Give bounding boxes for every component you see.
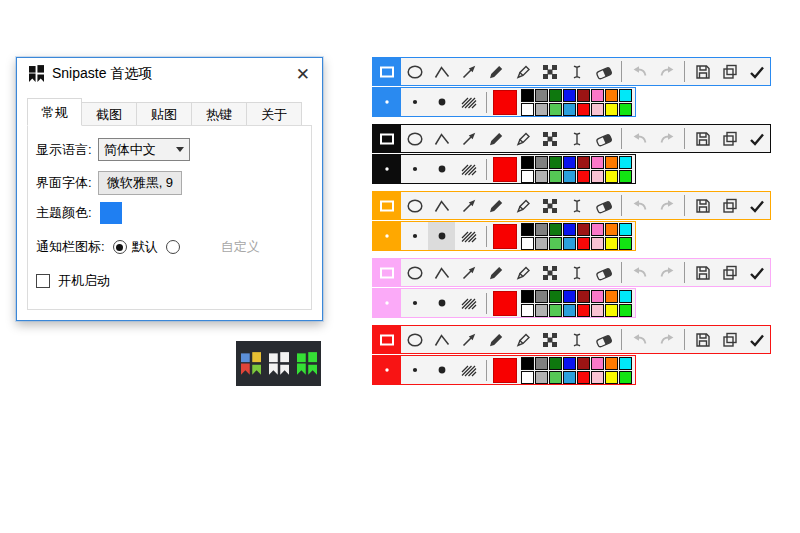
current-color-swatch[interactable] — [493, 157, 517, 182]
palette-swatch[interactable] — [619, 357, 632, 370]
palette-swatch[interactable] — [577, 237, 590, 250]
current-color-swatch[interactable] — [493, 90, 517, 115]
palette-swatch[interactable] — [591, 237, 604, 250]
size-small-dot-icon[interactable] — [401, 222, 428, 250]
palette-swatch[interactable] — [563, 170, 576, 183]
polyline-tool-icon[interactable] — [428, 326, 455, 353]
eraser-tool-icon[interactable] — [590, 259, 617, 286]
palette-swatch[interactable] — [521, 371, 534, 384]
theme-color-swatch[interactable] — [100, 202, 122, 224]
current-size-dot-icon[interactable] — [373, 88, 401, 116]
palette-swatch[interactable] — [577, 89, 590, 102]
pencil-tool-icon[interactable] — [482, 192, 509, 219]
palette-swatch[interactable] — [591, 357, 604, 370]
palette-swatch[interactable] — [521, 223, 534, 236]
palette-swatch[interactable] — [619, 156, 632, 169]
redo-icon[interactable] — [653, 192, 680, 219]
palette-swatch[interactable] — [563, 223, 576, 236]
mosaic-tool-icon[interactable] — [536, 259, 563, 286]
palette-swatch[interactable] — [605, 156, 618, 169]
rectangle-tool-icon[interactable] — [373, 326, 401, 353]
polyline-tool-icon[interactable] — [428, 58, 455, 85]
palette-swatch[interactable] — [535, 371, 548, 384]
palette-swatch[interactable] — [591, 223, 604, 236]
palette-swatch[interactable] — [521, 156, 534, 169]
palette-swatch[interactable] — [521, 170, 534, 183]
tab-paste[interactable]: 贴图 — [137, 102, 192, 126]
palette-swatch[interactable] — [605, 223, 618, 236]
pencil-tool-icon[interactable] — [482, 326, 509, 353]
undo-icon[interactable] — [626, 192, 653, 219]
eraser-tool-icon[interactable] — [590, 58, 617, 85]
palette-swatch[interactable] — [605, 371, 618, 384]
palette-swatch[interactable] — [535, 170, 548, 183]
hatch-fill-icon[interactable] — [455, 222, 482, 250]
ellipse-tool-icon[interactable] — [401, 326, 428, 353]
tray-default-radio[interactable] — [113, 240, 127, 254]
rectangle-tool-icon[interactable] — [373, 125, 401, 152]
palette-swatch[interactable] — [605, 304, 618, 317]
tab-hotkeys[interactable]: 热键 — [192, 102, 247, 126]
pencil-tool-icon[interactable] — [482, 58, 509, 85]
palette-swatch[interactable] — [521, 357, 534, 370]
palette-swatch[interactable] — [535, 103, 548, 116]
current-color-swatch[interactable] — [493, 358, 517, 383]
size-medium-dot-icon[interactable] — [428, 222, 455, 250]
palette-swatch[interactable] — [619, 170, 632, 183]
palette-swatch[interactable] — [563, 156, 576, 169]
current-color-swatch[interactable] — [493, 224, 517, 249]
current-size-dot-icon[interactable] — [373, 222, 401, 250]
palette-swatch[interactable] — [619, 290, 632, 303]
palette-swatch[interactable] — [577, 357, 590, 370]
confirm-icon[interactable] — [743, 125, 770, 152]
size-small-dot-icon[interactable] — [401, 356, 428, 384]
pencil-tool-icon[interactable] — [482, 259, 509, 286]
palette-swatch[interactable] — [577, 223, 590, 236]
palette-swatch[interactable] — [619, 223, 632, 236]
palette-swatch[interactable] — [535, 223, 548, 236]
palette-swatch[interactable] — [535, 156, 548, 169]
palette-swatch[interactable] — [521, 304, 534, 317]
tab-about[interactable]: 关于 — [247, 102, 302, 126]
palette-swatch[interactable] — [619, 304, 632, 317]
text-tool-icon[interactable] — [563, 326, 590, 353]
undo-icon[interactable] — [626, 259, 653, 286]
palette-swatch[interactable] — [563, 237, 576, 250]
copy-icon[interactable] — [716, 58, 743, 85]
copy-icon[interactable] — [716, 259, 743, 286]
palette-swatch[interactable] — [591, 89, 604, 102]
rectangle-tool-icon[interactable] — [373, 192, 401, 219]
size-medium-dot-icon[interactable] — [428, 356, 455, 384]
marker-tool-icon[interactable] — [509, 192, 536, 219]
palette-swatch[interactable] — [535, 237, 548, 250]
size-medium-dot-icon[interactable] — [428, 88, 455, 116]
mosaic-tool-icon[interactable] — [536, 58, 563, 85]
palette-swatch[interactable] — [591, 371, 604, 384]
palette-swatch[interactable] — [605, 237, 618, 250]
redo-icon[interactable] — [653, 259, 680, 286]
mosaic-tool-icon[interactable] — [536, 326, 563, 353]
current-color-swatch[interactable] — [493, 291, 517, 316]
palette-swatch[interactable] — [535, 89, 548, 102]
tab-snip[interactable]: 截图 — [82, 102, 137, 126]
redo-icon[interactable] — [653, 58, 680, 85]
palette-swatch[interactable] — [605, 290, 618, 303]
polyline-tool-icon[interactable] — [428, 125, 455, 152]
palette-swatch[interactable] — [577, 371, 590, 384]
confirm-icon[interactable] — [743, 192, 770, 219]
palette-swatch[interactable] — [549, 237, 562, 250]
palette-swatch[interactable] — [619, 103, 632, 116]
redo-icon[interactable] — [653, 326, 680, 353]
text-tool-icon[interactable] — [563, 58, 590, 85]
size-small-dot-icon[interactable] — [401, 88, 428, 116]
palette-swatch[interactable] — [591, 304, 604, 317]
mosaic-tool-icon[interactable] — [536, 192, 563, 219]
ellipse-tool-icon[interactable] — [401, 125, 428, 152]
palette-swatch[interactable] — [577, 304, 590, 317]
save-icon[interactable] — [689, 259, 716, 286]
undo-icon[interactable] — [626, 58, 653, 85]
undo-icon[interactable] — [626, 326, 653, 353]
tab-general[interactable]: 常规 — [27, 98, 82, 126]
palette-swatch[interactable] — [521, 89, 534, 102]
mosaic-tool-icon[interactable] — [536, 125, 563, 152]
